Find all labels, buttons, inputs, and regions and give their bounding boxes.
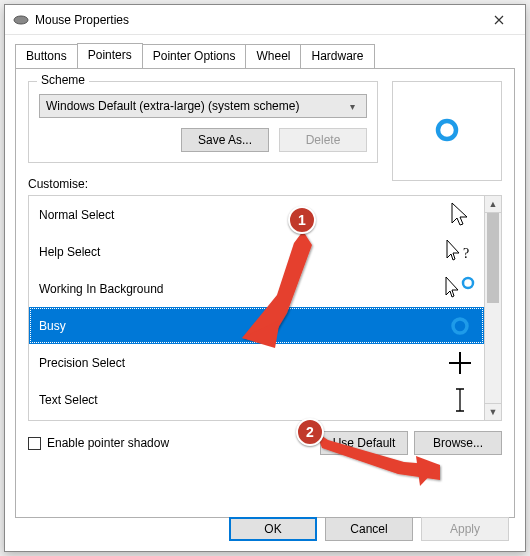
listbox-scrollbar[interactable]: ▲ ▼ xyxy=(484,196,501,420)
delete-button: Delete xyxy=(279,128,367,152)
below-list-row: Enable pointer shadow Use Default Browse… xyxy=(28,431,502,455)
window-title: Mouse Properties xyxy=(35,13,479,27)
list-item-label: Working In Background xyxy=(39,282,164,296)
ibeam-cursor-icon xyxy=(442,381,478,418)
list-item-label: Busy xyxy=(39,319,66,333)
tab-pointer-options[interactable]: Pointer Options xyxy=(142,44,247,69)
working-cursor-icon xyxy=(442,270,478,307)
mouse-icon xyxy=(13,12,29,28)
pointer-preview xyxy=(392,81,502,181)
svg-point-0 xyxy=(14,16,28,24)
scrollbar-track[interactable] xyxy=(485,303,501,403)
list-item-label: Text Select xyxy=(39,393,98,407)
list-item[interactable]: Precision Select xyxy=(29,344,484,381)
use-default-button[interactable]: Use Default xyxy=(320,431,408,455)
svg-text:?: ? xyxy=(463,246,469,261)
help-cursor-icon: ? xyxy=(442,233,478,270)
scroll-down-icon[interactable]: ▼ xyxy=(485,403,501,420)
svg-point-3 xyxy=(463,278,473,288)
tab-hardware[interactable]: Hardware xyxy=(300,44,374,69)
ok-button[interactable]: OK xyxy=(229,517,317,541)
scheme-group: Scheme Windows Default (extra-large) (sy… xyxy=(28,81,378,163)
list-item-label: Help Select xyxy=(39,245,100,259)
list-item-label: Precision Select xyxy=(39,356,125,370)
enable-shadow-checkbox[interactable] xyxy=(28,437,41,450)
enable-shadow-label: Enable pointer shadow xyxy=(47,436,314,450)
list-item-label: Normal Select xyxy=(39,208,114,222)
scrollbar-thumb[interactable] xyxy=(487,213,499,303)
titlebar: Mouse Properties xyxy=(5,5,525,35)
list-item[interactable]: Working In Background xyxy=(29,270,484,307)
busy-cursor-icon xyxy=(442,307,478,344)
scheme-legend: Scheme xyxy=(37,73,89,87)
save-as-button[interactable]: Save As... xyxy=(181,128,269,152)
apply-button: Apply xyxy=(421,517,509,541)
tab-panel-pointers: Scheme Windows Default (extra-large) (sy… xyxy=(15,68,515,518)
tab-buttons[interactable]: Buttons xyxy=(15,44,78,69)
crosshair-cursor-icon xyxy=(442,344,478,381)
browse-button[interactable]: Browse... xyxy=(414,431,502,455)
tabstrip: Buttons Pointers Pointer Options Wheel H… xyxy=(5,35,525,68)
dialog-window: Mouse Properties Buttons Pointers Pointe… xyxy=(4,4,526,552)
list-item[interactable]: Text Select xyxy=(29,381,484,418)
tab-wheel[interactable]: Wheel xyxy=(245,44,301,69)
listbox-viewport: Normal Select Help Select ? Wo xyxy=(29,196,484,420)
scheme-selected-text: Windows Default (extra-large) (system sc… xyxy=(46,99,299,113)
list-item[interactable]: Help Select ? xyxy=(29,233,484,270)
pointer-listbox[interactable]: Normal Select Help Select ? Wo xyxy=(28,195,502,421)
scheme-dropdown[interactable]: Windows Default (extra-large) (system sc… xyxy=(39,94,367,118)
tab-pointers[interactable]: Pointers xyxy=(77,43,143,68)
close-button[interactable] xyxy=(479,6,519,34)
scroll-up-icon[interactable]: ▲ xyxy=(485,196,501,213)
cancel-button[interactable]: Cancel xyxy=(325,517,413,541)
list-item[interactable]: Normal Select xyxy=(29,196,484,233)
chevron-down-icon: ▾ xyxy=(344,101,360,112)
list-item-selected[interactable]: Busy xyxy=(29,307,484,344)
busy-ring-icon xyxy=(433,116,461,147)
svg-point-4 xyxy=(453,319,467,333)
dialog-footer: OK Cancel Apply xyxy=(229,517,509,541)
arrow-cursor-icon xyxy=(442,196,478,233)
svg-point-1 xyxy=(438,121,456,139)
